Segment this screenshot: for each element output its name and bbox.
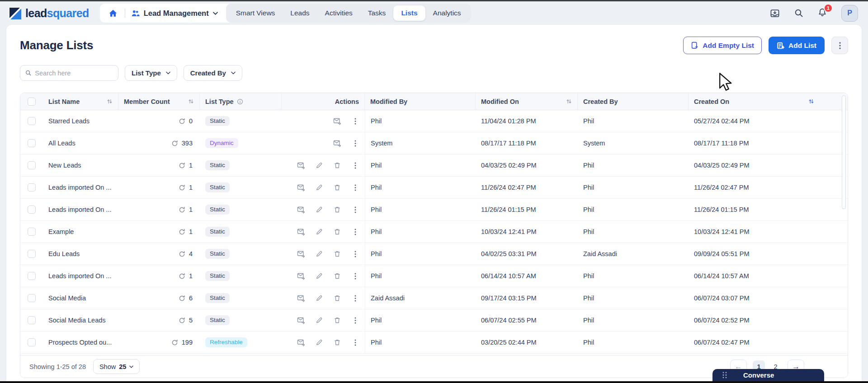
delete-icon[interactable] — [333, 317, 341, 324]
select-all-checkbox[interactable] — [28, 98, 36, 106]
inbox-tray-icon[interactable] — [770, 9, 780, 18]
delete-icon[interactable] — [333, 250, 341, 257]
row-checkbox[interactable] — [28, 206, 36, 214]
send-email-icon[interactable] — [297, 162, 305, 169]
workspace-selector[interactable]: Lead Management — [131, 9, 218, 18]
row-menu-icon[interactable] — [351, 118, 359, 125]
tab-leads[interactable]: Leads — [283, 4, 317, 23]
list-type-filter[interactable]: List Type — [125, 65, 177, 81]
row-menu-icon[interactable] — [351, 184, 359, 191]
column-created-on[interactable]: Created On — [689, 93, 848, 110]
row-menu-icon[interactable] — [351, 273, 359, 280]
list-name[interactable]: Leads imported On ... — [48, 206, 111, 213]
column-modified-on[interactable]: Modified On — [476, 93, 578, 110]
edit-icon[interactable] — [315, 272, 323, 280]
drag-handle-icon[interactable] — [722, 372, 727, 378]
tab-tasks[interactable]: Tasks — [360, 4, 394, 23]
edit-icon[interactable] — [315, 206, 323, 213]
refresh-count-icon[interactable] — [171, 140, 178, 147]
list-name[interactable]: Social Media — [48, 294, 86, 302]
row-menu-icon[interactable] — [351, 140, 359, 147]
column-list-name[interactable]: List Name — [43, 93, 118, 110]
refresh-count-icon[interactable] — [179, 162, 185, 169]
table-scrollbar[interactable] — [842, 95, 846, 209]
refresh-count-icon[interactable] — [171, 339, 178, 346]
delete-icon[interactable] — [333, 184, 341, 191]
edit-icon[interactable] — [315, 228, 323, 235]
list-name[interactable]: All Leads — [48, 140, 75, 147]
tab-smart-views[interactable]: Smart Views — [228, 4, 283, 23]
search-icon[interactable] — [794, 9, 803, 18]
converse-widget[interactable]: Converse — [712, 369, 824, 381]
send-email-icon[interactable] — [333, 140, 341, 147]
delete-icon[interactable] — [333, 162, 341, 169]
list-name[interactable]: Leads imported On ... — [48, 272, 111, 280]
delete-icon[interactable] — [333, 294, 341, 302]
refresh-count-icon[interactable] — [179, 273, 185, 280]
delete-icon[interactable] — [333, 339, 341, 346]
row-menu-icon[interactable] — [351, 317, 359, 324]
refresh-count-icon[interactable] — [179, 295, 185, 302]
row-menu-icon[interactable] — [351, 206, 359, 213]
send-email-icon[interactable] — [333, 117, 341, 125]
list-name[interactable]: Prospects Opted ou... — [48, 339, 112, 346]
list-name[interactable]: Leads imported On ... — [48, 184, 111, 191]
row-menu-icon[interactable] — [351, 339, 359, 346]
send-email-icon[interactable] — [297, 228, 305, 236]
send-email-icon[interactable] — [297, 272, 305, 280]
add-empty-list-button[interactable]: Add Empty List — [683, 37, 762, 54]
send-email-icon[interactable] — [297, 250, 305, 258]
row-menu-icon[interactable] — [351, 251, 359, 257]
created-by-filter[interactable]: Created By — [184, 65, 242, 81]
send-email-icon[interactable] — [297, 339, 305, 346]
search-input[interactable] — [35, 70, 113, 77]
list-name[interactable]: Example — [48, 228, 74, 235]
list-name[interactable]: Starred Leads — [48, 117, 90, 125]
send-email-icon[interactable] — [297, 184, 305, 192]
more-options-button[interactable] — [831, 37, 848, 54]
refresh-count-icon[interactable] — [179, 251, 185, 257]
tab-activities[interactable]: Activities — [317, 4, 360, 23]
column-member-count[interactable]: Member Count — [118, 93, 200, 110]
info-icon[interactable] — [237, 98, 243, 105]
row-menu-icon[interactable] — [351, 295, 359, 302]
refresh-count-icon[interactable] — [179, 229, 185, 235]
edit-icon[interactable] — [315, 339, 323, 346]
sort-icon[interactable] — [188, 98, 194, 104]
delete-icon[interactable] — [333, 272, 341, 280]
refresh-count-icon[interactable] — [179, 118, 185, 125]
row-checkbox[interactable] — [28, 250, 36, 258]
row-checkbox[interactable] — [28, 316, 36, 324]
edit-icon[interactable] — [315, 250, 323, 257]
refresh-count-icon[interactable] — [179, 317, 185, 324]
delete-icon[interactable] — [333, 228, 341, 235]
row-checkbox[interactable] — [28, 228, 36, 236]
row-menu-icon[interactable] — [351, 229, 359, 235]
home-icon[interactable] — [107, 9, 119, 17]
sort-icon[interactable] — [107, 98, 113, 104]
row-checkbox[interactable] — [28, 272, 36, 280]
send-email-icon[interactable] — [297, 294, 305, 302]
refresh-count-icon[interactable] — [179, 184, 185, 191]
row-checkbox[interactable] — [28, 117, 36, 125]
row-checkbox[interactable] — [28, 139, 36, 147]
sort-icon[interactable] — [808, 98, 814, 104]
edit-icon[interactable] — [315, 317, 323, 324]
delete-icon[interactable] — [333, 206, 341, 213]
row-checkbox[interactable] — [28, 161, 36, 169]
edit-icon[interactable] — [315, 184, 323, 191]
edit-icon[interactable] — [315, 294, 323, 302]
row-checkbox[interactable] — [28, 183, 36, 192]
row-menu-icon[interactable] — [351, 162, 359, 169]
list-name[interactable]: Edu Leads — [48, 250, 80, 257]
add-list-button[interactable]: Add List — [769, 37, 825, 54]
page-size-selector[interactable]: Show 25 — [93, 359, 140, 374]
edit-icon[interactable] — [315, 162, 323, 169]
row-checkbox[interactable] — [28, 294, 36, 302]
send-email-icon[interactable] — [297, 206, 305, 214]
leadsquared-logo[interactable]: leadsquared — [9, 7, 89, 20]
sort-icon[interactable] — [566, 98, 572, 104]
avatar[interactable]: P — [841, 5, 858, 22]
refresh-count-icon[interactable] — [179, 206, 185, 213]
list-name[interactable]: Social Media Leads — [48, 317, 106, 324]
